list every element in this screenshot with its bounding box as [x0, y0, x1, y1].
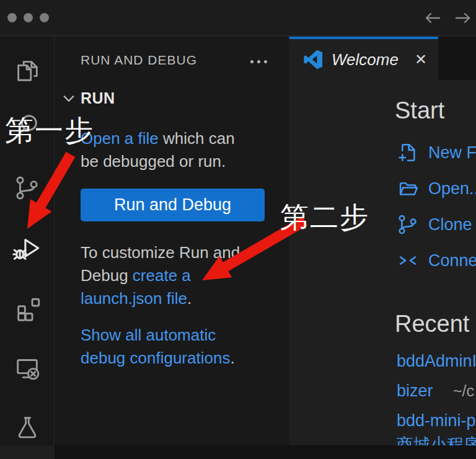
navigate-forward-button[interactable] [453, 9, 473, 27]
welcome-view-text: Open a file which can be debugged or run… [81, 127, 235, 173]
recent-item[interactable]: bdd-mini-p [397, 411, 476, 431]
recent-link[interactable]: 商城小程序 [397, 435, 476, 445]
recent-link[interactable]: bizer [397, 381, 433, 400]
step2-label: 第二步 [280, 198, 369, 237]
start-list: New File... Open... Clon [396, 135, 476, 279]
folder-opened-icon [396, 177, 420, 200]
start-item-open[interactable]: Open... [396, 171, 476, 207]
remote-explorer-icon [13, 354, 42, 382]
sidebar-item-testing[interactable] [0, 411, 54, 443]
sidebar-item-explorer[interactable] [0, 54, 54, 86]
create-launch-json-link[interactable]: create a [133, 266, 191, 285]
run-section-label: RUN [81, 89, 115, 107]
editor-group: Welcome ✕ Start New File... [289, 37, 476, 445]
files-icon [13, 56, 42, 84]
start-item-label: Clone Git Repository... [428, 215, 476, 234]
recent-link[interactable]: bddAdminI [397, 352, 476, 370]
recent-item[interactable]: bizer ~/c [397, 381, 474, 401]
window-bottom-strip [55, 445, 476, 459]
recent-heading: Recent [395, 311, 469, 337]
arrow-right-icon [456, 14, 469, 22]
text-run: . [187, 289, 192, 308]
traffic-lights [7, 13, 49, 22]
show-debug-configs-link[interactable]: debug configurations [81, 349, 230, 367]
vscode-logo-icon [303, 50, 323, 69]
activity-bar [0, 37, 55, 445]
start-item-label: New File... [428, 143, 476, 163]
run-section-header[interactable]: RUN [62, 89, 115, 107]
recent-item[interactable]: 商城小程序 [397, 434, 476, 445]
new-file-icon [396, 141, 420, 164]
beaker-icon [13, 412, 42, 441]
maximize-window-button[interactable] [40, 13, 49, 22]
start-item-label: Connect to... [428, 251, 476, 270]
step1-label: 第一步 [5, 112, 94, 150]
tab-welcome[interactable]: Welcome ✕ [289, 37, 438, 80]
start-heading: Start [395, 97, 444, 124]
tab-bar: Welcome ✕ [289, 37, 476, 80]
remote-icon [396, 249, 420, 272]
run-and-debug-panel: RUN AND DEBUG RUN Open a file which can … [55, 37, 289, 445]
minimize-window-button[interactable] [24, 13, 33, 22]
text-run: Debug [81, 266, 133, 285]
start-item-connect[interactable]: Connect to... [396, 243, 476, 279]
text-run: . [230, 349, 234, 367]
extensions-icon [13, 295, 42, 323]
git-branch-icon [396, 213, 420, 236]
text-run: which can [159, 129, 235, 148]
start-item-label: Open... [428, 179, 476, 198]
recent-link[interactable]: bdd-mini-p [397, 411, 476, 430]
text-run: be debugged or run. [81, 152, 226, 171]
more-actions-button[interactable] [250, 60, 267, 63]
window-titlebar [0, 0, 476, 36]
debug-icon [12, 233, 43, 264]
sidebar-item-source-control[interactable] [0, 172, 54, 204]
recent-path: ~/c [453, 382, 474, 399]
welcome-page: Start New File... [289, 80, 476, 445]
chevron-down-icon [62, 92, 76, 105]
sidebar-item-remote-explorer[interactable] [0, 352, 54, 384]
arrow-left-icon [426, 14, 439, 22]
panel-title: RUN AND DEBUG [81, 53, 197, 68]
sidebar-item-run-and-debug[interactable] [0, 232, 54, 264]
source-control-icon [13, 174, 42, 202]
recent-item[interactable]: bddAdminI [397, 352, 476, 372]
start-item-clone[interactable]: Clone Git Repository... [396, 207, 476, 243]
close-window-button[interactable] [7, 13, 17, 22]
run-and-debug-button[interactable]: Run and Debug [81, 189, 265, 221]
tab-title: Welcome [332, 50, 399, 69]
show-configs-text: Show all automatic debug configurations. [81, 324, 235, 370]
sidebar-item-extensions[interactable] [0, 293, 54, 325]
close-tab-icon[interactable]: ✕ [415, 52, 427, 67]
customize-text: To customize Run and Debug create a laun… [81, 241, 240, 310]
show-debug-configs-link[interactable]: Show all automatic [81, 326, 216, 344]
text-run: To customize Run and [81, 243, 240, 262]
start-item-new-file[interactable]: New File... [396, 135, 476, 171]
navigate-back-button[interactable] [423, 9, 443, 27]
create-launch-json-link[interactable]: launch.json file [81, 289, 187, 308]
